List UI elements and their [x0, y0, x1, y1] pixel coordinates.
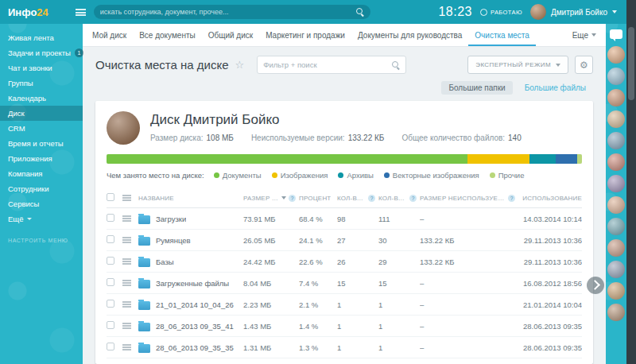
- sort-desc-icon[interactable]: [281, 196, 286, 199]
- column-help-icon[interactable]: [289, 195, 296, 202]
- row-menu-icon[interactable]: [122, 344, 131, 350]
- table-row[interactable]: Базы 24.42 МБ 22.6 % 26 29 133.22 КБ 29.…: [107, 251, 582, 273]
- column-header-files[interactable]: КОЛ-ВО ФАЙЛОВ: [337, 195, 378, 202]
- nav-tab[interactable]: Мой диск: [86, 24, 133, 46]
- folder-name-link[interactable]: Румянцев: [156, 236, 191, 245]
- sidebar-item[interactable]: Календарь: [0, 91, 83, 106]
- menu-toggle-icon[interactable]: [76, 9, 86, 16]
- row-menu-icon[interactable]: [122, 323, 131, 329]
- main-content: Мой диск Все документы Общий диск Маркет…: [83, 24, 606, 364]
- global-search-input[interactable]: [100, 8, 351, 16]
- clock[interactable]: 18:23: [438, 5, 472, 19]
- user-avatar[interactable]: [607, 153, 625, 171]
- sidebar-item[interactable]: Сервисы: [0, 196, 83, 211]
- user-avatar[interactable]: [607, 218, 625, 235]
- sidebar-item[interactable]: Сотрудники: [0, 181, 83, 196]
- user-avatar[interactable]: [607, 46, 625, 64]
- user-avatar[interactable]: [607, 196, 625, 214]
- column-header-name[interactable]: НАЗВАНИЕ: [138, 195, 243, 202]
- sidebar-item[interactable]: Время и отчеты: [0, 136, 83, 151]
- table-row[interactable]: 28_06_2013 09_35_35 1.31 МБ 1.3 % 1 1 – …: [107, 337, 582, 358]
- row-checkbox[interactable]: [107, 321, 114, 329]
- sidebar-item[interactable]: Компания: [0, 166, 83, 181]
- row-menu-icon[interactable]: [122, 258, 131, 265]
- column-help-icon[interactable]: [368, 195, 375, 202]
- row-checkbox[interactable]: [107, 257, 114, 265]
- user-avatar[interactable]: [607, 89, 625, 106]
- user-avatar[interactable]: [607, 110, 625, 128]
- row-checkbox[interactable]: [107, 343, 114, 350]
- table-row[interactable]: Румянцев 26.05 МБ 24.1 % 27 30 133.22 КБ…: [107, 230, 582, 251]
- work-status-button[interactable]: РАБОТАЮ: [480, 9, 522, 16]
- user-avatar[interactable]: [607, 304, 625, 321]
- user-avatar[interactable]: [607, 282, 625, 300]
- folder-name-link[interactable]: Загруженные файлы: [156, 279, 229, 288]
- search-icon[interactable]: [392, 61, 400, 69]
- folder-name-link[interactable]: 28_06_2013 09_35_35: [156, 343, 234, 352]
- sidebar-item[interactable]: CRM: [0, 121, 83, 136]
- filter-search-input[interactable]: [263, 60, 388, 69]
- column-header-usage[interactable]: ИСПОЛЬЗОВАНИЕ: [518, 195, 582, 202]
- sidebar-item[interactable]: Диск: [0, 106, 83, 121]
- scrollbar-thumb[interactable]: [628, 27, 634, 100]
- user-avatar[interactable]: [607, 261, 625, 278]
- folder-icon: [138, 215, 150, 224]
- sidebar-item[interactable]: Группы: [0, 76, 83, 91]
- column-header-size[interactable]: РАЗМЕР ПАПКИ: [243, 195, 299, 202]
- table-row[interactable]: Загруженные файлы 8.04 МБ 7.4 % 15 15 – …: [107, 273, 582, 294]
- row-checkbox[interactable]: [107, 300, 114, 308]
- column-header-unused[interactable]: РАЗМЕР НЕИСПОЛЬЗУЕМЫХ ВЕРСИЙ: [420, 195, 518, 202]
- user-avatar[interactable]: [607, 175, 625, 192]
- app-logo[interactable]: Инфо24: [8, 6, 48, 18]
- nav-tab[interactable]: Все документы: [133, 24, 202, 46]
- view-tab[interactable]: Большие файлы: [518, 81, 593, 95]
- row-menu-icon[interactable]: [122, 237, 131, 243]
- folder-name-link[interactable]: 21_01_2014 10_04_26: [156, 300, 234, 309]
- filter-search[interactable]: [257, 56, 406, 74]
- sidebar-item[interactable]: Приложения: [0, 151, 83, 166]
- search-icon[interactable]: [356, 8, 364, 16]
- folder-name-link[interactable]: Загрузки: [156, 215, 186, 223]
- table-row[interactable]: Загрузки 73.91 МБ 68.4 % 98 111 – 14.03.…: [107, 208, 582, 230]
- sidebar-item[interactable]: Живая лента: [0, 30, 83, 45]
- nav-tab[interactable]: Маркетинг и продажи: [259, 24, 351, 46]
- nav-tab[interactable]: Очистка места: [468, 24, 536, 46]
- row-checkbox[interactable]: [107, 214, 114, 222]
- user-avatar[interactable]: [607, 132, 625, 149]
- sidebar-item[interactable]: Ещё: [0, 211, 83, 227]
- column-header-versions[interactable]: КОЛ-ВО ВЕРСИЙ: [378, 195, 420, 202]
- nav-tab[interactable]: Документы для руководства: [351, 24, 468, 46]
- row-checkbox[interactable]: [107, 278, 114, 286]
- select-all-checkbox[interactable]: [107, 193, 114, 201]
- row-checkbox[interactable]: [107, 235, 114, 243]
- column-header-percent[interactable]: ПРОЦЕНТ: [299, 195, 337, 202]
- nav-tab-more[interactable]: Еще: [566, 24, 603, 46]
- row-menu-icon[interactable]: [122, 301, 131, 308]
- favorite-star-icon[interactable]: [235, 60, 245, 71]
- row-menu-icon[interactable]: [122, 280, 131, 286]
- folder-name-link[interactable]: 28_06_2013 09_35_41: [156, 322, 234, 331]
- table-row[interactable]: 21_01_2014 10_04_26 2.23 МБ 2.1 % 1 1 – …: [107, 294, 582, 316]
- grid-settings-icon[interactable]: [122, 195, 131, 201]
- sidebar-item[interactable]: Чат и звонки: [0, 60, 83, 76]
- chat-icon[interactable]: [610, 29, 622, 39]
- user-menu[interactable]: Дмитрий Бойко: [530, 4, 617, 20]
- nav-tab[interactable]: Общий диск: [202, 24, 259, 46]
- folder-name-link[interactable]: Базы: [156, 258, 174, 266]
- settings-button[interactable]: [575, 56, 593, 74]
- scrollbar[interactable]: [626, 0, 636, 364]
- configure-menu-button[interactable]: НАСТРОИТЬ МЕНЮ: [0, 238, 83, 243]
- table-row[interactable]: 28_06_2013 09_35_40 1.25 МБ 1.2 % 1 1 – …: [107, 358, 582, 364]
- view-tab[interactable]: Большие папки: [441, 81, 512, 95]
- user-avatar[interactable]: [607, 239, 625, 257]
- column-help-icon[interactable]: [508, 195, 515, 202]
- column-help-icon[interactable]: [409, 195, 417, 202]
- global-search[interactable]: [94, 5, 370, 19]
- row-menu-icon[interactable]: [122, 215, 131, 222]
- expert-mode-button[interactable]: ЭКСПЕРТНЫЙ РЕЖИМ: [467, 56, 568, 74]
- folder-versions-count: 29: [378, 258, 420, 266]
- next-page-button[interactable]: [587, 277, 604, 294]
- sidebar-item[interactable]: Задачи и проекты 1: [0, 45, 83, 60]
- user-avatar[interactable]: [607, 68, 625, 85]
- table-row[interactable]: 28_06_2013 09_35_41 1.43 МБ 1.4 % 1 1 – …: [107, 316, 582, 337]
